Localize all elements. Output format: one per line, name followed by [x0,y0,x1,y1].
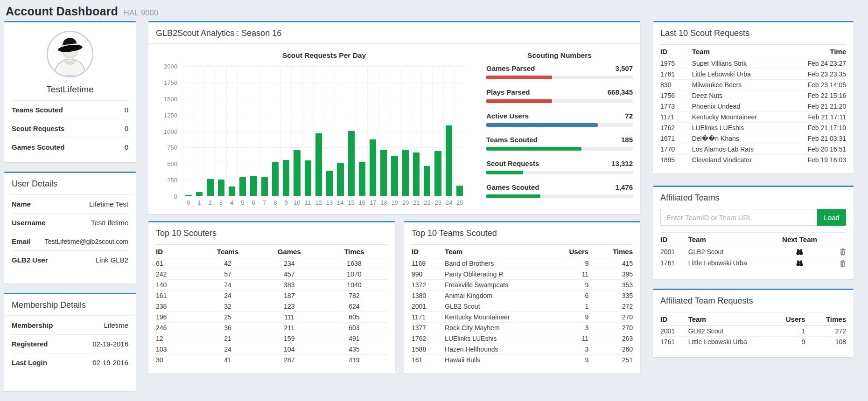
bar-slot [313,66,324,196]
bar-day-12 [315,133,322,196]
scouting-stat-teams-scouted: Teams Scouted185 [486,136,633,151]
top-teams-table: IDTeamUsersTimes1169Band of Brothers9415… [412,244,633,365]
stat-progress-fill [486,147,581,151]
top-teams-title: Top 10 Teams Scouted [404,222,640,243]
bar-day-24 [446,125,452,196]
stat-label: Active Users [486,112,529,120]
analytics-panel: GLB2Scout Analytics : Season 16 Scout Re… [148,21,640,214]
stat-label: Plays Parsed [486,88,530,96]
table-row: 1671Del��n KhansFeb 21 03:31 [660,133,846,144]
y-tick-label: 1750 [164,79,177,86]
bar-slot [411,66,421,196]
bar-day-22 [424,166,430,196]
bar-slot [378,66,389,196]
x-tick-label: 23 [433,199,443,206]
table-row: 19625111605 [156,312,388,323]
binoculars-icon[interactable] [796,249,804,256]
load-button[interactable]: Load [817,209,846,226]
x-tick-label: 17 [368,199,378,206]
x-tick-label: 25 [455,199,465,206]
y-tick-label: 1000 [164,128,177,135]
table-row: 1372Freakville Swampcats9353 [412,280,633,290]
scouting-stat-active-users: Active Users72 [486,112,633,127]
x-tick-label: 5 [237,199,248,206]
chart-title: Scout Requests Per Day [183,51,465,60]
bar-slot [389,66,399,196]
scouting-stat-games-parsed: Games Parsed3,507 [486,64,633,79]
y-tick-label: 0 [174,193,177,200]
profile-stat-row: Teams Scouted 0 [12,100,128,119]
bar-day-23 [434,151,441,196]
bar-day-7 [261,177,268,196]
column-header-times: Times [588,245,633,258]
bar-day-16 [359,162,365,196]
column-header-times: Times [805,312,846,325]
bar-day-2 [207,179,213,196]
table-row: 1756Deez NutsFeb 22 15:16 [660,90,846,101]
scouting-stat-plays-parsed: Plays Parsed668,345 [486,88,633,103]
chart-plot [183,66,465,196]
bar-day-13 [326,171,333,196]
bar-day-3 [218,180,224,196]
table-row: 1895Cleveland VindicatorFeb 19 16:03 [660,155,846,166]
link-glb2[interactable]: Link GLB2 [96,256,128,264]
scouting-numbers: Scouting Numbers Games Parsed3,507Plays … [465,45,633,207]
x-tick-label: 13 [324,199,335,206]
bar-day-6 [250,176,257,196]
stat-value: 3,507 [615,64,633,72]
bar-slot [421,66,432,196]
x-tick-label: 14 [335,199,346,206]
table-row: 242574571070 [156,269,388,280]
column-header-next-team: Next Team [776,233,824,246]
stat-progress-track [486,99,633,103]
stat-label: Games Scouted [486,183,539,191]
membership-row: Last Login 02-19-2016 [12,353,128,372]
bar-day-14 [337,163,343,196]
bar-slot [194,66,204,196]
user-details-panel: User Details Name Lifetime Test Username… [4,172,136,283]
bar-slot [302,66,313,196]
x-tick-label: 10 [292,199,302,206]
stat-progress-fill [486,171,523,174]
table-row: 161Hawaii Bulls9251 [412,355,633,366]
table-row: 1380Animal Kingdom6335 [412,290,633,301]
page-title: Account Dashboard [6,5,118,18]
bar-day-11 [305,160,311,196]
right-column: Last 10 Scout Requests IDTeamTime1975Sup… [653,21,854,357]
bar-day-19 [391,156,398,196]
trash-icon[interactable] [840,260,846,267]
bar-slot [226,66,237,196]
top-scouters-table: IDTeamsGamesTimes61422341638242574571070… [156,244,388,365]
team-id-input[interactable] [660,209,817,226]
x-tick-label: 12 [313,199,324,206]
chart-x-axis: 0123456789101112131415161718192021222324… [183,196,465,206]
x-tick-label: 11 [302,199,313,206]
membership-row: Registered 02-19-2016 [12,334,128,353]
avatar [46,30,94,80]
x-tick-label: 19 [389,199,400,206]
x-tick-label: 3 [216,199,226,206]
table-row: 1761Little Lebowski UrbaFeb 23 23:35 [660,69,846,80]
y-tick-label: 1250 [164,111,177,118]
column-header-users: Users [772,312,805,325]
bar-slot [237,66,248,196]
top-scouters-panel: Top 10 Scouters IDTeamsGamesTimes6142234… [148,221,395,373]
profile-panel: TestLifetime Teams Scouted 0 Scout Reque… [4,21,136,162]
column-header-games: Games [258,245,321,258]
bar-day-20 [402,150,409,196]
bar-slot [346,66,357,196]
bar-day-10 [294,150,300,196]
y-tick-label: 750 [167,144,177,151]
column-header-users: Users [549,245,588,258]
table-row: 1762LUElinks LUEshisFeb 21 17:10 [660,123,846,133]
bar-slot [454,66,465,196]
scouting-stat-scout-requests: Scout Requests13,312 [486,159,633,174]
bar-day-9 [283,160,289,196]
x-tick-label: 4 [226,199,237,206]
trash-icon[interactable] [840,248,846,256]
affiliated-teams-panel: Affiliated Teams Load ID Team Next Team [653,186,854,279]
table-row: 1762LUElinks LUEshis11263 [412,333,633,344]
binoculars-icon[interactable] [796,260,804,267]
x-tick-label: 9 [280,199,291,206]
profile-stat-row: Scout Requests 0 [12,119,128,138]
